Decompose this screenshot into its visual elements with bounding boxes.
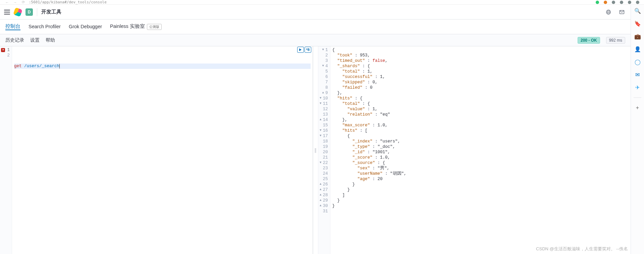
response-line: }: [332, 187, 629, 193]
tab-console[interactable]: 控制台: [5, 23, 20, 30]
url-text[interactable]: :5601/app/kibana#/dev_tools/console: [29, 0, 592, 4]
window-control-icon[interactable]: [620, 1, 623, 4]
fold-toggle-icon[interactable]: ▼: [319, 129, 321, 133]
response-line: "_score" : 1.0,: [332, 155, 629, 160]
forward-icon[interactable]: →: [13, 0, 17, 5]
fold-toggle-icon[interactable]: ▼: [319, 134, 321, 138]
request-line[interactable]: [14, 69, 311, 74]
response-line: "took" : 953,: [332, 53, 629, 58]
tool-tabs: 控制台Search ProfilerGrok DebuggerPainless …: [0, 19, 631, 34]
response-line: [332, 209, 629, 214]
response-viewer[interactable]: ▼123▼45678▲9▼10▼111213▲1415▼16▼171819202…: [318, 46, 631, 254]
history-link[interactable]: 历史记录: [5, 37, 24, 43]
fold-toggle-icon[interactable]: ▼: [319, 102, 321, 106]
response-line: "_type" : "_doc",: [332, 144, 629, 150]
response-line: }: [332, 198, 629, 203]
response-line: "total" : {: [332, 101, 629, 107]
browser-address-bar: ← → ⟳ :5601/app/kibana#/dev_tools/consol…: [0, 0, 644, 5]
response-line: }: [332, 203, 629, 209]
response-line: ]: [332, 193, 629, 198]
briefcase-icon[interactable]: 💼: [634, 32, 642, 40]
fold-toggle-icon[interactable]: ▲: [319, 188, 321, 192]
send-icon[interactable]: ✈: [634, 83, 642, 91]
fold-toggle-icon[interactable]: ▲: [319, 204, 321, 208]
response-line: "sex" : "男",: [332, 166, 629, 171]
tab-profiler[interactable]: Search Profiler: [29, 24, 61, 30]
mail-app-icon[interactable]: ✉: [634, 71, 642, 79]
response-line: "_index" : "users",: [332, 139, 629, 144]
menu-toggle-icon[interactable]: [4, 10, 10, 14]
elastic-logo-icon[interactable]: [14, 8, 21, 16]
fold-toggle-icon[interactable]: ▲: [321, 91, 324, 95]
help-link[interactable]: 帮助: [46, 37, 55, 43]
circle-icon[interactable]: ◯: [634, 58, 642, 66]
response-line: "skipped" : 0,: [332, 80, 629, 85]
response-time-badge: 992 ms: [606, 37, 625, 44]
response-line: "total" : 1,: [332, 69, 629, 74]
fold-toggle-icon[interactable]: ▼: [319, 96, 321, 100]
beta-badge: 公测版: [147, 24, 162, 30]
search-icon[interactable]: 🔍: [634, 7, 642, 15]
settings-link[interactable]: 设置: [30, 37, 40, 43]
mail-icon[interactable]: [617, 7, 627, 17]
request-line[interactable]: get /users/_search: [14, 64, 311, 69]
response-line: "age" : 20: [332, 176, 629, 182]
response-line: "value" : 1,: [332, 107, 629, 112]
response-line: {: [332, 133, 629, 139]
space-badge[interactable]: D: [25, 8, 33, 16]
fold-toggle-icon[interactable]: ▼: [321, 64, 324, 68]
response-line: "userName" : "胡因",: [332, 171, 629, 176]
tab-painless[interactable]: Painless 实验室: [110, 23, 145, 30]
person-icon[interactable]: 👤: [634, 45, 642, 53]
response-line: "_shards" : {: [332, 64, 629, 69]
error-marker-icon[interactable]: ×: [1, 48, 5, 52]
response-status-badge: 200 - OK: [578, 37, 600, 44]
back-icon[interactable]: ←: [5, 0, 9, 5]
fold-toggle-icon[interactable]: ▲: [319, 199, 321, 203]
request-editor[interactable]: ×12 get /users/_search: [0, 46, 313, 254]
kibana-header: D 开发工具: [0, 5, 631, 19]
response-line: "failed" : 0: [332, 85, 629, 90]
response-line: "max_score" : 1.0,: [332, 123, 629, 128]
window-control-icon[interactable]: [636, 1, 639, 4]
add-extension-icon[interactable]: +: [634, 104, 642, 112]
response-line: },: [332, 117, 629, 123]
reload-icon[interactable]: ⟳: [21, 0, 25, 5]
response-line: "_source" : {: [332, 160, 629, 166]
pane-splitter[interactable]: ‖: [313, 46, 318, 254]
response-line: },: [332, 90, 629, 96]
browser-side-rail: 🔍🔖💼👤◯✉✈+: [631, 5, 644, 254]
bookmark-icon[interactable]: 🔖: [634, 19, 642, 28]
fold-toggle-icon[interactable]: ▲: [319, 118, 321, 122]
response-line: }: [332, 182, 629, 187]
newsfeed-icon[interactable]: [604, 7, 613, 17]
fold-toggle-icon[interactable]: ▼: [319, 161, 321, 165]
window-control-icon[interactable]: [628, 1, 631, 4]
console-toolbar: 历史记录 设置 帮助 200 - OK 992 ms: [0, 34, 631, 46]
request-options-button[interactable]: [305, 47, 311, 53]
response-line: "_id" : "1001",: [332, 150, 629, 155]
fold-toggle-icon[interactable]: ▲: [319, 182, 321, 186]
response-line: "timed_out" : false,: [332, 58, 629, 64]
response-line: "hits" : [: [332, 128, 629, 133]
window-control-icon[interactable]: [604, 1, 607, 4]
page-title[interactable]: 开发工具: [41, 9, 61, 15]
response-line: "hits" : {: [332, 96, 629, 101]
response-line: {: [332, 47, 629, 53]
window-control-icon[interactable]: [596, 1, 599, 4]
send-request-button[interactable]: [297, 47, 304, 53]
fold-toggle-icon[interactable]: ▲: [319, 193, 321, 197]
window-control-icon[interactable]: [612, 1, 615, 4]
response-line: "successful" : 1,: [332, 74, 629, 80]
fold-toggle-icon[interactable]: ▼: [321, 48, 324, 52]
response-line: "relation" : "eq": [332, 112, 629, 117]
tab-grok[interactable]: Grok Debugger: [69, 24, 102, 30]
